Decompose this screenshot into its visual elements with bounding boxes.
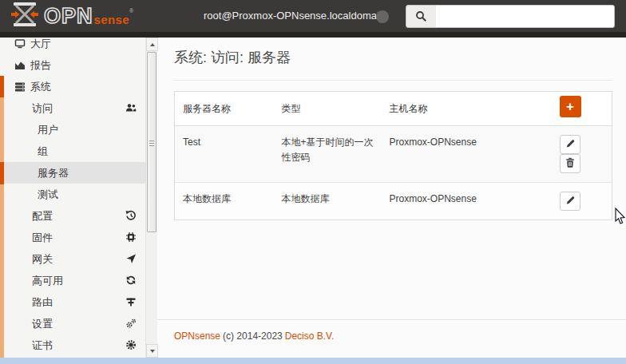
row-actions [552, 126, 612, 183]
title-divider [174, 80, 612, 81]
trash-icon [565, 157, 575, 170]
delete-button[interactable] [560, 154, 580, 173]
copyright-text: (c) 2014-2023 [223, 330, 283, 342]
scrollbar-up-button[interactable] [146, 38, 158, 51]
opnsense-app: { "topbar": { "brand_opn": "OPN", "brand… [0, 0, 626, 364]
page-footer: OPNsense(c) 2014-2023Deciso B.V. [157, 319, 626, 342]
sidebar-menu: 大厅 报告 系统 访问 用户 组 服务器 [0, 38, 145, 356]
sidebar-item-label: 网关 [32, 252, 53, 267]
pencil-icon [565, 138, 575, 151]
triangle-up-icon [150, 43, 155, 46]
sidebar-item-configuration[interactable]: 配置 [0, 205, 145, 227]
sidebar-item-label: 证书 [32, 338, 53, 353]
sidebar-item-tester[interactable]: 测试 [0, 184, 145, 205]
area-chart-icon [14, 60, 26, 71]
sidebar-item-gateways[interactable]: 网关 [0, 248, 145, 270]
navbar-shadow [0, 32, 626, 38]
brand-opn-text: OPN [44, 4, 93, 28]
column-header-hostname: 主机名称 [382, 92, 552, 126]
server-type-cell: 本地+基于时间的一次性密码 [274, 126, 382, 183]
server-name-cell: 本地数据库 [175, 183, 274, 220]
table-header-row: 服务器名称 类型 主机名称 + [175, 92, 612, 126]
top-navbar: OPN sense ® root@Proxmox-OPNsense.locald… [0, 0, 626, 32]
edit-button[interactable] [560, 192, 580, 211]
sidebar-item-label: 配置 [32, 209, 53, 224]
server-type-cell: 本地数据库 [274, 183, 382, 220]
pencil-icon [565, 195, 575, 208]
sidebar-item-label: 系统 [30, 80, 51, 94]
add-server-button[interactable]: + [560, 96, 581, 117]
desktop-icon [14, 38, 26, 49]
menu-accent-system [0, 76, 4, 97]
server-name-cell: Test [175, 126, 274, 183]
server-icon [14, 81, 26, 93]
page-title: 系统: 访问: 服务器 [174, 48, 291, 67]
sidebar-item-high-availability[interactable]: 高可用 [0, 270, 145, 291]
column-header-server-name: 服务器名称 [175, 92, 274, 126]
sidebar-item-label: 服务器 [38, 166, 69, 180]
menu-accent-servers [0, 162, 4, 184]
column-header-type: 类型 [274, 92, 382, 126]
brand-registered-mark: ® [129, 8, 133, 14]
sidebar-item-firmware[interactable]: 固件 [0, 227, 145, 248]
hourglass-logo-icon [10, 2, 39, 30]
sidebar-item-label: 报告 [30, 58, 51, 73]
deciso-link[interactable]: Deciso B.V. [285, 330, 335, 342]
opnsense-link[interactable]: OPNsense [174, 330, 220, 342]
sidebar-item-label: 设置 [32, 317, 53, 331]
sidebar-item-users[interactable]: 用户 [0, 119, 145, 140]
logged-in-user: root@Proxmox-OPNsense.localdomain [204, 0, 385, 32]
sidebar-item-lobby[interactable]: 大厅 [0, 38, 145, 54]
users-icon [125, 102, 137, 113]
routes-icon [125, 296, 137, 307]
sidebar-item-label: 高可用 [32, 274, 63, 288]
table-row: 本地数据库 本地数据库 Proxmox-OPNsense [175, 183, 612, 220]
sidebar: 大厅 报告 系统 访问 用户 组 服务器 [0, 38, 157, 358]
sidebar-item-label: 路由 [32, 295, 53, 310]
sidebar-item-system[interactable]: 系统 [0, 76, 145, 97]
scrollbar-thumb[interactable] [147, 52, 156, 232]
main-content: 系统: 访问: 服务器 服务器名称 类型 主机名称 + Test 本地+基于时间… [157, 38, 626, 358]
sidebar-item-access[interactable]: 访问 [0, 97, 145, 119]
sidebar-item-settings[interactable]: 设置 [0, 313, 145, 334]
sidebar-item-label: 固件 [32, 231, 53, 245]
column-header-actions: + [552, 92, 612, 126]
triangle-down-icon [150, 350, 155, 353]
server-host-cell: Proxmox-OPNsense [382, 126, 552, 183]
certificate-icon [125, 339, 137, 350]
history-icon [125, 210, 137, 221]
sidebar-item-label: 访问 [32, 101, 53, 116]
servers-table: 服务器名称 类型 主机名称 + Test 本地+基于时间的一次性密码 Proxm… [174, 91, 612, 220]
sync-icon [125, 275, 137, 286]
scrollbar-grip [149, 140, 154, 148]
gears-icon [125, 318, 137, 329]
sidebar-item-groups[interactable]: 组 [0, 140, 145, 162]
brand-sense-text: sense [94, 13, 130, 26]
sidebar-item-label: 组 [38, 144, 48, 159]
microchip-icon [125, 231, 137, 243]
search-icon [406, 5, 436, 28]
scrollbar-down-button[interactable] [146, 344, 158, 358]
edit-button[interactable] [560, 135, 580, 154]
menu-accent-bar [0, 79, 4, 358]
sidebar-item-label: 测试 [38, 188, 58, 202]
sidebar-scrollbar[interactable] [145, 38, 157, 358]
sidebar-item-label: 大厅 [30, 38, 51, 51]
status-dot [376, 10, 389, 23]
sidebar-item-routes[interactable]: 路由 [0, 291, 145, 313]
bottom-edge-strip [0, 358, 626, 364]
sidebar-item-trust[interactable]: 证书 [0, 334, 145, 356]
sidebar-item-servers[interactable]: 服务器 [0, 162, 145, 184]
global-search [406, 5, 615, 28]
global-search-input[interactable] [436, 5, 615, 28]
sidebar-item-reporting[interactable]: 报告 [0, 54, 145, 76]
location-arrow-icon [125, 253, 137, 264]
sidebar-item-label: 用户 [38, 123, 58, 137]
server-host-cell: Proxmox-OPNsense [382, 183, 552, 220]
table-row: Test 本地+基于时间的一次性密码 Proxmox-OPNsense [175, 126, 612, 183]
row-actions [552, 183, 612, 220]
opnsense-logo[interactable]: OPN sense ® [10, 2, 133, 30]
